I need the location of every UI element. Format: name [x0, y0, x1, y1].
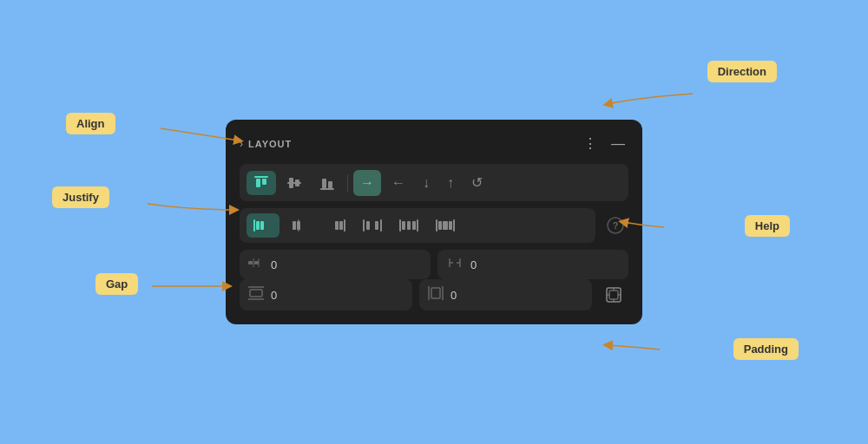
- collapse-icon[interactable]: ›: [240, 138, 243, 150]
- gap-icon: [248, 257, 264, 272]
- padding-horizontal-value: 0: [450, 289, 457, 302]
- direction-left-button[interactable]: ←: [385, 170, 412, 196]
- justify-center-button[interactable]: [283, 213, 316, 238]
- gap-field[interactable]: 0: [240, 250, 431, 279]
- gap-value: 0: [271, 258, 277, 271]
- svg-text:?: ?: [613, 220, 619, 231]
- help-annotation: Help: [745, 215, 790, 237]
- padding-horizontal-icon: [428, 286, 444, 304]
- svg-rect-4: [289, 178, 293, 188]
- padding-annotation: Padding: [733, 338, 799, 360]
- svg-rect-24: [407, 221, 411, 230]
- svg-rect-6: [320, 188, 334, 190]
- svg-rect-31: [453, 219, 455, 232]
- svg-rect-45: [431, 288, 440, 298]
- svg-rect-27: [436, 219, 437, 232]
- justify-space-between-button[interactable]: [356, 213, 389, 238]
- svg-rect-26: [417, 219, 418, 232]
- svg-rect-11: [260, 221, 264, 230]
- justify-space-around-button[interactable]: [392, 213, 425, 238]
- column-gap-icon: [446, 257, 464, 272]
- justify-start-button[interactable]: [247, 213, 279, 238]
- column-gap-field[interactable]: 0: [437, 250, 628, 279]
- svg-rect-29: [443, 221, 448, 230]
- padding-horizontal-field[interactable]: 0: [419, 279, 592, 310]
- justify-section: ?: [240, 208, 628, 243]
- svg-rect-34: [248, 261, 253, 264]
- separator-1: [347, 174, 348, 192]
- svg-rect-2: [262, 179, 266, 185]
- panel-header: › LAYOUT ⋮ —: [240, 134, 628, 153]
- svg-rect-35: [254, 261, 259, 264]
- svg-rect-14: [298, 219, 299, 232]
- svg-rect-49: [609, 291, 618, 299]
- svg-rect-16: [339, 221, 343, 230]
- direction-annotation: Direction: [707, 61, 777, 82]
- padding-vertical-value: 0: [271, 289, 277, 302]
- svg-rect-25: [412, 221, 416, 230]
- svg-rect-17: [344, 219, 345, 232]
- align-row: → ← ↓ ↑ ↺: [240, 164, 628, 201]
- svg-rect-7: [322, 179, 326, 188]
- padding-vertical-icon: [248, 286, 264, 304]
- direction-up-button[interactable]: ↑: [440, 170, 461, 196]
- justify-end-button[interactable]: [319, 213, 352, 238]
- svg-rect-42: [250, 290, 262, 297]
- column-gap-value: 0: [470, 258, 477, 271]
- align-middle-button[interactable]: [279, 171, 309, 195]
- svg-rect-9: [253, 219, 255, 232]
- justify-stretch-button[interactable]: [429, 213, 462, 238]
- align-top-button[interactable]: [247, 171, 276, 195]
- svg-rect-30: [449, 221, 452, 230]
- help-button[interactable]: ?: [602, 212, 628, 238]
- svg-rect-0: [254, 176, 268, 178]
- gap-annotation: Gap: [95, 273, 138, 295]
- svg-rect-19: [366, 221, 370, 230]
- svg-rect-20: [375, 221, 378, 230]
- svg-rect-10: [256, 221, 260, 230]
- gap-row: 0 0: [240, 250, 628, 279]
- padding-vertical-field[interactable]: 0: [240, 279, 412, 310]
- align-annotation: Align: [66, 113, 115, 134]
- svg-rect-12: [293, 221, 296, 230]
- align-bottom-button[interactable]: [312, 171, 342, 195]
- layout-panel: › LAYOUT ⋮ —: [226, 120, 642, 324]
- padding-toggle-button[interactable]: [599, 279, 628, 310]
- justify-row: [240, 208, 595, 243]
- more-options-button[interactable]: ⋮: [580, 134, 601, 153]
- panel-title: LAYOUT: [248, 139, 292, 149]
- minimize-button[interactable]: —: [608, 134, 628, 153]
- svg-rect-8: [328, 181, 332, 188]
- direction-down-button[interactable]: ↓: [416, 170, 437, 196]
- rotate-button[interactable]: ↺: [464, 169, 490, 196]
- svg-rect-28: [438, 221, 442, 230]
- svg-rect-23: [402, 221, 405, 230]
- svg-rect-18: [363, 219, 365, 232]
- svg-rect-1: [256, 179, 260, 187]
- svg-rect-15: [335, 221, 339, 230]
- svg-rect-21: [380, 219, 382, 232]
- svg-rect-22: [399, 219, 401, 232]
- direction-right-button[interactable]: →: [353, 170, 381, 196]
- justify-annotation: Justify: [52, 186, 109, 208]
- padding-row: 0 0: [240, 279, 628, 310]
- svg-rect-5: [295, 180, 299, 186]
- header-actions: ⋮ —: [580, 134, 628, 153]
- panel-title-area: › LAYOUT: [240, 138, 292, 150]
